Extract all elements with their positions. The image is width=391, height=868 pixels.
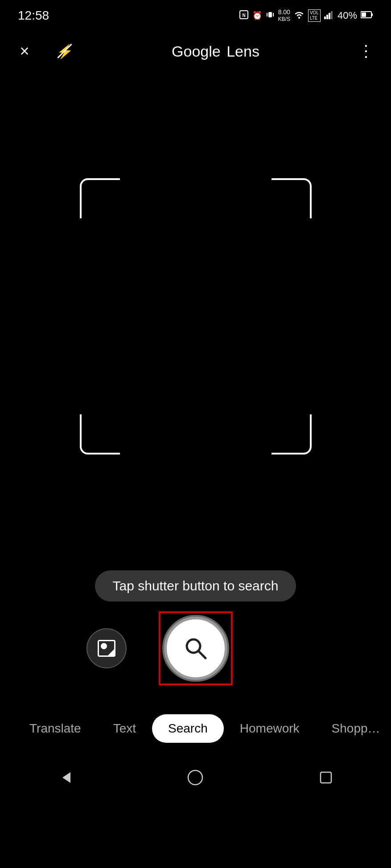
svg-rect-8: [329, 13, 330, 19]
app-title: Google Lens: [172, 43, 259, 60]
gallery-icon: [98, 640, 115, 657]
svg-rect-17: [321, 772, 331, 783]
battery-icon: [361, 11, 373, 21]
svg-rect-9: [331, 11, 333, 19]
tab-translate[interactable]: Translate: [13, 714, 97, 743]
recents-button[interactable]: [313, 764, 339, 791]
hint-pill: Tap shutter button to search: [95, 570, 296, 602]
svg-rect-4: [273, 13, 274, 16]
svg-marker-15: [62, 772, 70, 783]
tab-shopping[interactable]: Shopp…: [316, 714, 391, 743]
vibrate-icon: [266, 10, 275, 21]
shutter-search-button[interactable]: [162, 615, 229, 682]
signal-icon: [324, 10, 334, 21]
corner-bl: [80, 414, 120, 454]
wifi-icon: [294, 10, 305, 21]
title-google: Google: [172, 43, 221, 60]
hint-area: Tap shutter button to search: [0, 561, 391, 615]
status-icons: N ⏰ 8.00 KB/S: [239, 8, 373, 22]
alarm-icon: ⏰: [252, 11, 262, 20]
svg-text:N: N: [242, 13, 245, 18]
home-button[interactable]: [182, 764, 209, 791]
top-bar: × ⚡ Google Lens ⋮: [0, 31, 391, 71]
hint-text: Tap shutter button to search: [113, 578, 279, 593]
svg-line-14: [198, 651, 206, 658]
svg-point-5: [298, 17, 300, 19]
back-arrow-icon: [56, 769, 74, 786]
corner-tr: [272, 178, 312, 218]
close-button[interactable]: ×: [13, 40, 36, 62]
volte-icon: VOL LTE: [308, 9, 321, 22]
battery-text: 40%: [337, 10, 357, 21]
bottom-controls: Tap shutter button to search: [0, 561, 391, 704]
svg-rect-2: [268, 12, 272, 17]
close-icon: ×: [20, 43, 29, 59]
corner-tl: [80, 178, 120, 218]
top-bar-left: × ⚡: [13, 40, 76, 62]
more-icon: ⋮: [358, 42, 375, 61]
android-nav-bar: [0, 753, 391, 802]
title-lens: Lens: [222, 43, 259, 60]
camera-viewfinder: [0, 71, 391, 561]
search-icon: [182, 635, 209, 662]
status-time: 12:58: [18, 8, 49, 23]
home-circle-icon: [186, 769, 204, 786]
svg-rect-12: [371, 13, 373, 16]
recents-square-icon: [317, 769, 335, 786]
nfc-icon: N: [239, 10, 249, 22]
svg-point-16: [188, 770, 202, 785]
tab-search[interactable]: Search: [152, 714, 224, 743]
svg-rect-3: [267, 13, 268, 16]
corner-br: [272, 414, 312, 454]
tab-text[interactable]: Text: [97, 714, 152, 743]
back-button[interactable]: [52, 764, 78, 791]
nav-tabs: Translate Text Search Homework Shopp…: [0, 704, 391, 753]
gallery-button[interactable]: [86, 628, 127, 668]
svg-point-13: [187, 639, 200, 653]
svg-rect-7: [326, 15, 328, 19]
status-bar: 12:58 N ⏰ 8.00 KB/S: [0, 0, 391, 31]
tab-homework[interactable]: Homework: [224, 714, 316, 743]
spacer: [265, 628, 305, 668]
svg-rect-11: [362, 12, 366, 17]
svg-rect-6: [324, 16, 326, 19]
flash-off-icon: ⚡: [57, 43, 73, 59]
focus-frame: [80, 178, 312, 454]
shutter-row: [0, 615, 391, 695]
flash-toggle-button[interactable]: ⚡: [54, 40, 76, 62]
more-options-button[interactable]: ⋮: [355, 40, 378, 62]
shutter-button-wrapper: [162, 615, 229, 682]
speed-icon: 8.00 KB/S: [278, 8, 290, 22]
